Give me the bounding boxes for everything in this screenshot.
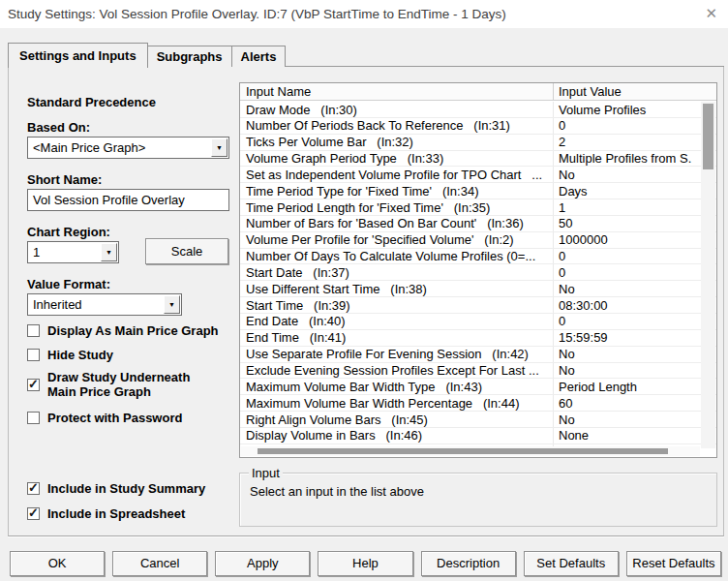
checkbox-box [27, 349, 40, 361]
checkbox-box: ✓ [27, 379, 40, 391]
table-row[interactable]: Maximum Volume Bar Width Percentage (In:… [240, 395, 716, 412]
checkbox-protect-with-password[interactable]: Protect with Password [27, 411, 182, 425]
checkbox-label: Include in Spreadsheet [47, 506, 185, 521]
description-button[interactable]: Description [421, 551, 516, 576]
short-name-input[interactable]: Vol Session Profile Overlay [27, 189, 229, 211]
chart-region-value: 1 [33, 245, 40, 260]
input-name-cell: Number Of Periods Back To Reference (In:… [240, 118, 554, 134]
vertical-scrollbar[interactable] [701, 102, 715, 448]
table-row[interactable]: Right Align Volume Bars (In:45) No [240, 412, 716, 428]
input-name-cell: Time Period Length for 'Fixed Time' (In:… [240, 199, 554, 215]
set-defaults-button[interactable]: Set Defaults [524, 551, 619, 576]
checkbox-box: ✓ [27, 482, 40, 495]
table-row[interactable]: Volume Per Profile for 'Specified Volume… [240, 232, 716, 249]
input-value-cell: 1000000 [554, 232, 716, 248]
scale-button[interactable]: Scale [145, 238, 228, 264]
value-format-dropdown-button[interactable]: ▼ [164, 295, 180, 314]
input-value-cell: None [554, 428, 716, 443]
table-row[interactable]: Maximum Volume Bar Width Type (In:43) Pe… [240, 379, 716, 395]
column-header-input-name[interactable]: Input Name [240, 83, 554, 100]
checkbox-hide-study[interactable]: Hide Study [27, 348, 113, 362]
input-name-cell: Maximum Volume Bar Width Percentage (In:… [240, 395, 554, 411]
input-name-cell: Start Date (In:37) [240, 264, 554, 280]
chevron-down-icon: ▼ [102, 244, 116, 261]
table-row[interactable]: Number of Bars for 'Based On Bar Count' … [240, 216, 716, 232]
input-name-cell: Maximum Volume Bar Width Type (In:43) [240, 379, 554, 394]
table-row[interactable]: End Time (In:41) 15:59:59 [240, 330, 716, 347]
checkbox-label: Protect with Password [47, 411, 182, 425]
ok-button[interactable]: OK [10, 551, 105, 576]
table-row[interactable]: Use Separate Profile For Evening Session… [240, 347, 716, 363]
input-value-cell: No [554, 363, 716, 379]
based-on-value: <Main Price Graph> [33, 140, 145, 155]
horizontal-scrollbar[interactable] [241, 446, 700, 456]
apply-button[interactable]: Apply [215, 551, 310, 576]
based-on-dropdown[interactable]: <Main Price Graph> ▼ [27, 137, 229, 159]
reset-defaults-button[interactable]: Reset Defaults [626, 551, 721, 576]
input-value-cell: No [554, 412, 716, 427]
table-row[interactable]: Volume Graph Period Type (In:33) Multipl… [240, 151, 716, 168]
table-row[interactable]: Set as Independent Volume Profile for TP… [240, 167, 716, 183]
input-value-cell: 2 [554, 135, 716, 150]
checkbox-label: Display As Main Price Graph [47, 323, 219, 338]
table-row[interactable]: Time Period Length for 'Fixed Time' (In:… [240, 199, 716, 216]
tab-alerts[interactable]: Alerts [232, 46, 287, 67]
input-value-cell: No [554, 281, 716, 296]
input-value-cell: 60 [554, 395, 716, 411]
input-name-cell: Time Period Type for 'Fixed Time' (In:34… [240, 183, 554, 199]
based-on-dropdown-button[interactable]: ▼ [211, 138, 228, 157]
tab-strip: Settings and Inputs Subgraphs Alerts [8, 42, 286, 67]
titlebar: Study Settings: Vol Session Profile Over… [0, 0, 728, 28]
input-value-cell: 1 [554, 199, 716, 215]
help-button[interactable]: Help [318, 551, 412, 576]
chevron-down-icon: ▼ [212, 139, 227, 157]
checkbox-include-in-spreadsheet[interactable]: ✓ Include in Spreadsheet [27, 506, 185, 521]
checkbox-display-as-main-price-graph[interactable]: Display As Main Price Graph [27, 323, 219, 338]
checkbox-box [27, 324, 40, 337]
column-header-input-value[interactable]: Input Value [554, 83, 716, 100]
value-format-label: Value Format: [27, 277, 110, 291]
input-value-cell: 0 [554, 118, 716, 134]
table-row[interactable]: Use Different Start Time (In:38) No [240, 281, 716, 297]
table-row[interactable]: Start Date (In:37) 0 [240, 264, 716, 281]
tab-settings-and-inputs[interactable]: Settings and Inputs [8, 43, 148, 68]
table-row[interactable]: Number Of Days To Calculate Volume Profi… [240, 249, 716, 265]
window-title: Study Settings: Vol Session Profile Over… [8, 7, 506, 21]
input-name-cell: Volume Graph Period Type (In:33) [240, 151, 554, 167]
short-name-label: Short Name: [27, 172, 102, 187]
table-row[interactable]: End Date (In:40) 0 [240, 314, 716, 330]
table-row[interactable]: Exclude Evening Session Profiles Except … [240, 363, 716, 380]
value-format-dropdown[interactable]: Inherited ▼ [27, 293, 182, 316]
input-name-cell: Use Different Start Time (In:38) [240, 281, 554, 296]
chart-region-dropdown[interactable]: 1 ▼ [27, 241, 119, 263]
table-row[interactable]: Draw Mode (In:30) Volume Profiles [240, 102, 716, 118]
checkbox-box: ✓ [27, 507, 40, 520]
input-groupbox: Input Select an input in the list above [239, 473, 717, 527]
chart-region-dropdown-button[interactable]: ▼ [101, 243, 117, 261]
input-name-cell: Display Volume in Bars (In:46) [240, 428, 554, 443]
checkbox-box [27, 412, 40, 424]
table-row[interactable]: Start Time (In:39) 08:30:00 [240, 297, 716, 314]
table-row[interactable]: Display Volume in Bars (In:46) None [240, 428, 716, 444]
table-row[interactable]: Time Period Type for 'Fixed Time' (In:34… [240, 183, 716, 199]
close-icon[interactable]: ✕ [705, 5, 717, 22]
vertical-scrollbar-thumb[interactable] [703, 104, 713, 169]
input-value-cell: 15:59:59 [554, 330, 716, 346]
input-value-cell: Days [554, 183, 716, 199]
input-name-cell: Number of Bars for 'Based On Bar Count' … [240, 216, 554, 231]
precedence-label: Standard Precedence [27, 95, 156, 109]
horizontal-scrollbar-thumb[interactable] [258, 448, 668, 454]
checkbox-include-in-study-summary[interactable]: ✓ Include in Study Summary [27, 481, 205, 496]
table-row[interactable]: Ticks Per Volume Bar (In:32) 2 [240, 135, 716, 151]
cancel-button[interactable]: Cancel [112, 551, 207, 576]
table-row[interactable]: Number Of Periods Back To Reference (In:… [240, 118, 716, 135]
chart-region-label: Chart Region: [27, 225, 110, 239]
inputs-table: Input Name Input Value Draw Mode (In:30)… [239, 82, 717, 458]
input-name-cell: Start Time (In:39) [240, 297, 554, 313]
checkbox-draw-study-underneath[interactable]: ✓ Draw Study Underneath Main Price Graph [27, 370, 217, 399]
input-value-cell: 08:30:00 [554, 297, 716, 313]
input-name-cell: Right Align Volume Bars (In:45) [240, 412, 554, 427]
input-value-cell: 0 [554, 249, 716, 264]
input-name-cell: Exclude Evening Session Profiles Except … [240, 363, 554, 379]
tab-subgraphs[interactable]: Subgraphs [148, 46, 232, 67]
